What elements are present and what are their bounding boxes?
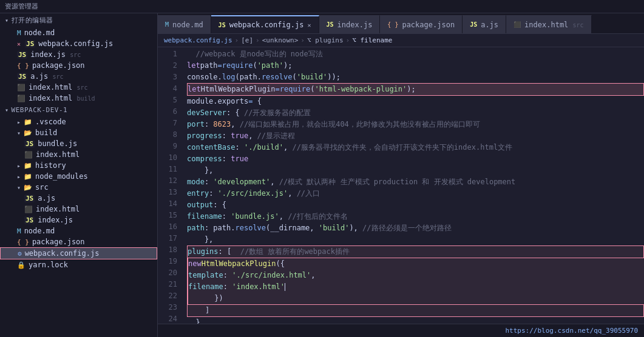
sidebar-item-index-html-src-open[interactable]: ⬛ index.html src (0, 82, 157, 93)
tab-label: index.html src (524, 21, 584, 29)
tab-ajs[interactable]: JS a.js (463, 15, 506, 33)
sidebar-item-label: index.html src (29, 83, 88, 92)
sidebar-section-label: WEBPACK-DEV-1 (12, 106, 68, 114)
code-line: compress: true (187, 153, 644, 165)
sidebar-item-label: a.js (38, 194, 55, 202)
sidebar-item-index-js-open[interactable]: JS index.js src (0, 49, 157, 60)
sidebar-item-label: build (35, 128, 57, 137)
tab-package-json[interactable]: { } package.json (380, 15, 463, 33)
sidebar-item-index-js[interactable]: JS index.js (0, 215, 157, 225)
code-line-block: filename: 'index.html' (187, 281, 644, 293)
chevron-right-icon: ▸ (17, 173, 21, 180)
js-icon: JS (17, 73, 27, 81)
js-icon: JS (470, 21, 477, 28)
code-content[interactable]: //webpack 是node写出的 node写法 let path = req… (182, 47, 644, 324)
sidebar-item-label: package.json (32, 61, 85, 70)
sidebar-item-node-modules[interactable]: ▸ 📁 node_modules (0, 171, 157, 182)
sidebar-item-label: node.md (24, 28, 55, 37)
sidebar-item-label: a.js src (30, 72, 63, 81)
breadcrumb-sep: › (235, 36, 239, 44)
sidebar-item-bundle-js[interactable]: JS bundle.js (0, 138, 157, 149)
json-icon: { } (17, 238, 29, 246)
breadcrumb-part: <unknown> (262, 36, 299, 44)
sidebar-item-build[interactable]: ▾ 📂 build (0, 127, 157, 138)
js-icon: JS (24, 140, 35, 148)
code-line: port: 8623, //端口如果被占用，就会出现404，此时修改为其他没有被… (187, 119, 644, 130)
main-layout: ▾ 打开的编辑器 M node.md ✕ JS webpack.config.j… (0, 13, 644, 337)
tab-webpack-config[interactable]: JS webpack.config.js ✕ (211, 15, 319, 33)
folder-open-icon: 📂 (24, 184, 32, 192)
breadcrumb-part: ⌥ plugins (307, 36, 344, 44)
sidebar-item-node-md-root[interactable]: M node.md (0, 225, 157, 236)
sidebar-item-yarn-lock[interactable]: 🔒 yarn.lock (0, 259, 157, 270)
tab-index-html-src[interactable]: ⬛ index.html src (506, 15, 592, 33)
sidebar-item-index-html-build-open[interactable]: ⬛ index.html build (0, 93, 157, 104)
breadcrumb-sep: › (300, 36, 305, 44)
code-line: }, (187, 234, 644, 245)
sidebar-item-label: yarn.lock (29, 261, 68, 269)
sidebar-item-label: webpack.config.js (38, 39, 113, 48)
sidebar-item-package-json-root[interactable]: { } package.json (0, 236, 157, 247)
sidebar-item-index-html-src[interactable]: ⬛ index.html (0, 204, 157, 215)
html-icon: ⬛ (17, 84, 25, 92)
code-line-block: template: './src/index.html', (187, 270, 644, 281)
tab-label: webpack.config.js (229, 21, 304, 29)
sidebar-item-label: node.md (24, 227, 55, 235)
js-icon: JS (219, 22, 226, 28)
sidebar-item-webpack-config-root[interactable]: ⚙ webpack.config.js (0, 247, 157, 259)
sidebar-item-label: index.html build (29, 94, 95, 102)
sidebar-item-label: history (35, 161, 66, 170)
chevron-down-icon: ▾ (5, 17, 9, 24)
code-line: console.log(path.resolve('build')); (187, 72, 644, 83)
folder-icon: 📁 (24, 118, 32, 126)
top-bar: 资源管理器 (0, 0, 644, 13)
folder-icon: 📁 (24, 173, 32, 181)
sidebar-item-index-html-build[interactable]: ⬛ index.html (0, 149, 157, 160)
tab-label: index.js (337, 21, 373, 29)
close-icon[interactable]: ✕ (17, 41, 21, 47)
code-line: filename: 'bundle.js', //打包后的文件名 (187, 211, 644, 222)
sidebar-item-webpack-config-open[interactable]: ✕ JS webpack.config.js (0, 38, 157, 49)
code-line: let path = require('path'); (187, 60, 644, 72)
json-icon: { } (387, 21, 398, 28)
code-line-block-start: plugins: [ //数组 放着所有的webpack插件 (187, 245, 644, 258)
js-icon: JS (17, 51, 27, 59)
tab-close-icon[interactable]: ✕ (307, 22, 311, 28)
code-editor[interactable]: 1234 5678 9101112 13141516 17181920 2122… (158, 47, 644, 324)
chevron-right-icon: ▸ (17, 119, 21, 125)
code-line: module.exports = { (187, 96, 644, 107)
sidebar-item-label: node_modules (35, 172, 88, 181)
sidebar-item-src[interactable]: ▾ 📂 src (0, 182, 157, 193)
json-icon: { } (17, 62, 29, 70)
js-icon: JS (327, 21, 334, 28)
breadcrumb-sep: › (346, 36, 350, 44)
yarn-icon: 🔒 (17, 261, 25, 269)
breadcrumb-current: ⌥ filename (352, 36, 392, 44)
sidebar-item-history[interactable]: ▸ 📁 history (0, 160, 157, 171)
sidebar-item-ajs-open[interactable]: JS a.js src (0, 71, 157, 82)
code-line: entry: './src/index.js', //入口 (187, 188, 644, 199)
sidebar-section-webpack-dev[interactable]: ▾ WEBPACK-DEV-1 (0, 104, 157, 116)
sidebar-item-package-json-open[interactable]: { } package.json (0, 60, 157, 71)
sidebar-item-vscode[interactable]: ▸ 📁 .vscode (0, 116, 157, 127)
sidebar-item-label: index.html (36, 150, 80, 159)
breadcrumb-sep: › (256, 36, 260, 44)
breadcrumb: webpack.config.js › [e] › <unknown> › ⌥ … (158, 34, 644, 47)
top-bar-label: 资源管理器 (5, 2, 38, 11)
sidebar-item-node-md[interactable]: M node.md (0, 27, 157, 38)
code-line-highlighted: let HtmlWebpackPlugin = require('html-we… (187, 83, 644, 96)
code-line: mode: 'development', //模式 默认两种 生产模式 prod… (187, 176, 644, 188)
tab-label: node.md (172, 21, 203, 29)
sidebar-item-ajs[interactable]: JS a.js (0, 193, 157, 204)
tab-node-md[interactable]: M node.md (158, 15, 211, 33)
folder-icon: 📁 (24, 162, 32, 170)
chevron-down-icon: ▾ (17, 184, 21, 191)
tab-index-js[interactable]: JS index.js (319, 15, 381, 33)
status-right: https://blog.csdn.net/qq_39055970 (505, 327, 638, 335)
sidebar: ▾ 打开的编辑器 M node.md ✕ JS webpack.config.j… (0, 13, 158, 337)
chevron-down-icon: ▾ (5, 107, 9, 113)
html-icon: ⬛ (17, 95, 25, 102)
code-line: }, (187, 165, 644, 176)
sidebar-section-open-editors[interactable]: ▾ 打开的编辑器 (0, 13, 157, 27)
sidebar-item-label: .vscode (35, 118, 66, 126)
